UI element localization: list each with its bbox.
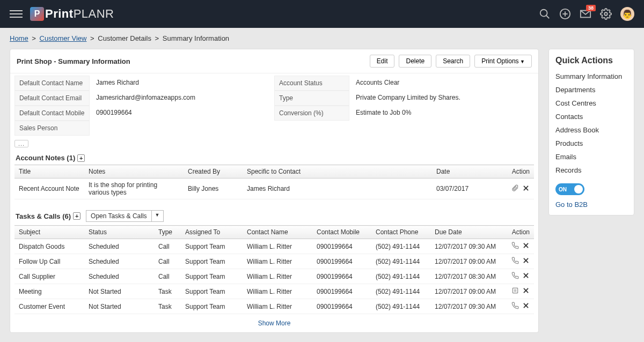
quick-link[interactable]: Products [555,137,627,150]
detail-label: Type [274,91,349,106]
quick-link[interactable]: Summary Information [555,70,627,83]
breadcrumb: Home > Customer View > Customer Details … [0,28,644,49]
mail-badge: 38 [586,5,596,11]
svg-rect-15 [513,288,517,293]
tasks-calls-title: Tasks & Calls (6) + [16,212,80,220]
breadcrumb-customer-details: Customer Details [98,34,151,42]
header-left: P PrintPLANR [10,7,114,21]
detail-value: Jamesrichard@infomazeapps.com [90,91,274,106]
add-note-button[interactable]: + [77,154,85,162]
detail-value [90,121,274,136]
table-row[interactable]: Dispatch GoodsScheduledCallSupport TeamW… [14,239,534,254]
svg-line-1 [546,16,550,19]
svg-point-6 [604,12,608,16]
edit-button[interactable]: Edit [370,55,395,68]
add-task-button[interactable]: + [73,212,80,220]
logo-text: PrintPLANR [45,7,114,21]
settings-icon[interactable] [600,8,612,20]
detail-value: 0900199664 [90,106,274,121]
quick-link[interactable]: Cost Centres [555,96,627,110]
mail-icon[interactable]: 38 [580,8,591,20]
quick-actions-sidebar: Quick Actions Summary InformationDepartm… [548,49,634,333]
phone-icon[interactable] [511,242,519,249]
add-icon[interactable] [559,8,571,20]
header-right: 38 👨 [539,7,634,21]
account-notes-table: Title Notes Created By Specific to Conta… [14,165,534,199]
quick-link[interactable]: Emails [555,150,627,163]
search-icon[interactable] [539,8,551,20]
close-icon[interactable] [522,272,530,279]
detail-value: Accounts Clear [349,76,534,91]
close-icon[interactable] [522,242,530,249]
quick-link[interactable]: Records [555,163,627,177]
detail-label: Default Contact Email [14,91,90,106]
user-avatar[interactable]: 👨 [620,7,634,21]
logo-icon: P [30,7,44,21]
svg-point-0 [540,10,547,17]
goto-b2b-link[interactable]: Go to B2B [555,200,627,209]
main-panel: Print Shop - Summary Information Edit De… [10,49,539,333]
quick-link[interactable]: Address Book [555,123,627,137]
show-more-link[interactable]: Show More [258,319,291,327]
table-row[interactable]: Recent Account NoteIt is the shop for pr… [14,179,534,199]
detail-label: Sales Person [14,121,90,136]
panel-title: Print Shop - Summary Information [17,57,130,65]
close-icon[interactable] [522,287,530,294]
quick-link[interactable]: Departments [555,83,627,96]
task-icon[interactable] [511,287,519,294]
customer-details: Default Contact NameJames RichardDefault… [10,73,538,138]
quick-actions-title: Quick Actions [555,56,627,65]
search-button[interactable]: Search [436,55,470,68]
breadcrumb-summary: Summary Information [163,34,229,42]
panel-header: Print Shop - Summary Information Edit De… [10,49,538,73]
delete-button[interactable]: Delete [399,55,431,68]
more-button[interactable]: ... [14,140,28,147]
phone-icon[interactable] [511,257,519,264]
tasks-calls-table: Subject Status Type Assigned To Contact … [14,225,534,314]
detail-label: Default Contact Mobile [14,106,90,121]
table-row[interactable]: Customer EventNot StartedTaskSupport Tea… [14,299,534,314]
phone-icon[interactable] [511,302,519,309]
show-more: Show More [10,314,538,332]
app-logo[interactable]: P PrintPLANR [30,7,114,21]
close-icon[interactable] [522,257,530,264]
table-row[interactable]: Call SupplierScheduledCallSupport TeamWi… [14,269,534,284]
app-header: P PrintPLANR 38 👨 [0,0,644,28]
breadcrumb-customer-view[interactable]: Customer View [40,34,87,42]
detail-value: James Richard [90,76,274,91]
close-icon[interactable] [522,184,530,192]
print-options-button[interactable]: Print Options [474,55,532,68]
hamburger-menu-icon[interactable] [10,10,23,18]
table-row[interactable]: Follow Up CallScheduledCallSupport TeamW… [14,254,534,269]
close-icon[interactable] [522,302,530,309]
detail-label: Default Contact Name [14,76,90,91]
detail-value: Private Company Limited by Shares. [349,91,534,106]
detail-value: Estimate to Job 0% [349,106,534,121]
tasks-filter-select[interactable]: Open Tasks & Calls ▼ [86,210,163,222]
phone-icon[interactable] [511,272,519,279]
chevron-down-icon[interactable]: ▼ [152,210,164,222]
detail-label: Conversion (%) [274,106,349,121]
on-toggle[interactable]: ON [555,183,584,195]
account-notes-title: Account Notes (1) + [10,150,538,165]
attachment-icon[interactable] [511,184,519,192]
detail-label: Account Status [274,76,349,91]
table-row[interactable]: MeetingNot StartedTaskSupport TeamWillia… [14,284,534,299]
breadcrumb-home[interactable]: Home [10,34,28,42]
quick-link[interactable]: Contacts [555,110,627,123]
